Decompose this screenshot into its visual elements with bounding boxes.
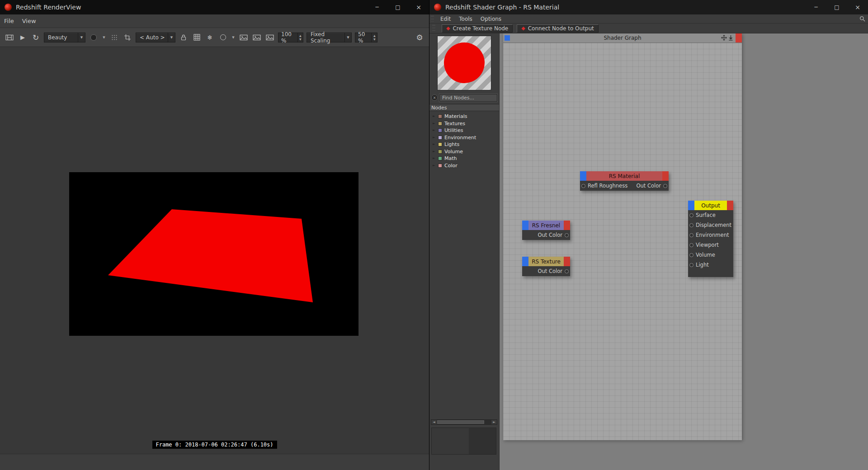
scroll-right-icon[interactable]: ►: [491, 420, 497, 424]
tree-item-volume[interactable]: ► Volume: [429, 148, 499, 155]
maximize-button[interactable]: □: [826, 0, 847, 14]
expand-arrow-icon[interactable]: ►: [433, 143, 436, 146]
panel-horizontal-scrollbar[interactable]: ◄ ►: [431, 419, 497, 425]
shader-graph-sheet[interactable]: Shader Graph: [503, 33, 742, 440]
expand-arrow-icon[interactable]: ►: [433, 129, 436, 132]
bucket-mode-dropdown[interactable]: < Auto > ▼: [136, 33, 175, 42]
palette-grip[interactable]: [432, 25, 435, 32]
node-rs-texture[interactable]: RS Texture Out Color: [522, 257, 570, 276]
scaling-mode-dropdown[interactable]: Fixed Scaling ▼: [307, 33, 352, 42]
minimize-button[interactable]: ─: [806, 0, 826, 14]
minimize-button[interactable]: ─: [367, 0, 387, 14]
input-port[interactable]: [689, 233, 693, 237]
bucket-grid-icon[interactable]: [192, 33, 202, 42]
node-header[interactable]: RS Material: [580, 171, 669, 181]
shadergraph-toolbar: ◆ Create Texture Node ◆ Connect Node to …: [429, 24, 868, 33]
menu-options[interactable]: Options: [476, 14, 505, 23]
crop-region-button[interactable]: [123, 33, 132, 42]
color-circle-button[interactable]: [218, 33, 228, 42]
node-body: Out Color: [522, 230, 570, 240]
menu-file[interactable]: File: [0, 14, 18, 28]
input-port[interactable]: [689, 263, 693, 267]
input-port[interactable]: [689, 243, 693, 247]
tree-item-color[interactable]: ► Color: [429, 162, 499, 169]
node-header[interactable]: RS Texture: [522, 257, 570, 266]
menu-view[interactable]: View: [18, 14, 40, 28]
palette-grip[interactable]: [431, 16, 434, 22]
input-port[interactable]: [581, 184, 585, 188]
expand-arrow-icon[interactable]: ►: [433, 164, 436, 167]
tree-item-textures[interactable]: ► Textures: [429, 120, 499, 127]
search-icon[interactable]: [859, 16, 865, 22]
graph-red-tab-icon[interactable]: [736, 33, 742, 42]
node-header[interactable]: RS Fresnel: [522, 221, 570, 230]
maximize-button[interactable]: □: [387, 0, 408, 14]
shadergraph-titlebar[interactable]: Redshift Shader Graph - RS Material ─ □ …: [429, 0, 868, 14]
node-category-tree: ► Materials ► Textures ► Utilities ►: [429, 113, 499, 169]
create-texture-node-button[interactable]: ◆ Create Texture Node: [442, 24, 513, 33]
scrollbar-thumb[interactable]: [437, 420, 484, 424]
zoom-spinner[interactable]: 100 % ▲ ▼: [278, 33, 303, 42]
scale-spinner[interactable]: 50 % ▲ ▼: [355, 33, 377, 42]
node-rs-fresnel[interactable]: RS Fresnel Out Color: [522, 221, 570, 240]
spinner-up-icon[interactable]: ▲: [373, 34, 376, 38]
find-nodes-input[interactable]: [439, 94, 497, 102]
renderview-titlebar[interactable]: Redshift RenderView ─ □ ×: [0, 0, 429, 14]
lock-icon[interactable]: [179, 33, 189, 42]
start-render-button[interactable]: ▶: [18, 33, 28, 42]
spinner-down-icon[interactable]: ▼: [373, 38, 376, 41]
tree-item-environment[interactable]: ► Environment: [429, 134, 499, 141]
node-rs-material[interactable]: RS Material Refl Roughness Out Color: [580, 171, 669, 191]
spinner-arrows[interactable]: ▲ ▼: [297, 33, 303, 42]
graph-header-icons: [721, 33, 742, 42]
render-viewport[interactable]: Frame 0: 2018-07-06 02:26:47 (6.10s): [0, 47, 429, 454]
pan-move-icon[interactable]: [721, 34, 727, 42]
input-port[interactable]: [689, 253, 693, 257]
region-dots-icon[interactable]: [109, 33, 119, 42]
color-circle-arrow-icon[interactable]: ▼: [231, 36, 236, 39]
display-mode-arrow-icon[interactable]: ▼: [102, 36, 106, 39]
close-button[interactable]: ×: [408, 0, 429, 14]
spinner-arrows[interactable]: ▲ ▼: [371, 33, 377, 42]
tree-item-lights[interactable]: ► Lights: [429, 141, 499, 148]
expand-arrow-icon[interactable]: ►: [433, 157, 436, 160]
snapshot-image-a-icon[interactable]: [239, 33, 249, 42]
aov-mode-dropdown[interactable]: Beauty ▼: [44, 33, 85, 42]
graph-viewport[interactable]: Shader Graph: [500, 33, 868, 470]
output-port[interactable]: [565, 269, 569, 273]
settings-gear-icon[interactable]: ⚙: [415, 33, 425, 42]
restart-render-button[interactable]: ↻: [31, 33, 41, 42]
expand-arrow-icon[interactable]: ►: [433, 136, 436, 139]
connect-node-to-output-button[interactable]: ◆ Connect Node to Output: [517, 24, 599, 33]
tree-item-math[interactable]: ► Math: [429, 155, 499, 162]
input-port[interactable]: [689, 223, 693, 227]
node-red-tab-icon: [727, 201, 733, 210]
node-output[interactable]: Output Surface Displacement: [688, 201, 733, 277]
node-port-row: Light: [688, 260, 733, 270]
close-button[interactable]: ×: [847, 0, 868, 14]
snapshot-freeze-icon[interactable]: ❄: [205, 33, 215, 42]
output-port[interactable]: [565, 233, 569, 237]
redshift-logo-icon: [434, 4, 441, 11]
expand-arrow-icon[interactable]: ►: [433, 122, 436, 125]
spinner-up-icon[interactable]: ▲: [299, 34, 302, 38]
snapshot-image-b-icon[interactable]: [252, 33, 262, 42]
node-header[interactable]: Output: [688, 201, 733, 210]
fit-view-down-arrow-icon[interactable]: [728, 34, 733, 42]
tree-item-materials[interactable]: ► Materials: [429, 113, 499, 120]
shader-graph-header[interactable]: Shader Graph: [503, 33, 742, 43]
dropdown-arrow-icon: ▼: [168, 33, 175, 42]
clear-search-icon[interactable]: ×: [431, 94, 438, 101]
snapshot-film-icon[interactable]: [5, 33, 14, 42]
display-mode-button[interactable]: [89, 33, 99, 42]
scroll-left-icon[interactable]: ◄: [431, 420, 437, 424]
spinner-down-icon[interactable]: ▼: [299, 38, 302, 41]
tree-item-utilities[interactable]: ► Utilities: [429, 127, 499, 134]
menu-edit[interactable]: Edit: [436, 14, 455, 23]
expand-arrow-icon[interactable]: ►: [433, 150, 436, 153]
menu-tools[interactable]: Tools: [455, 14, 476, 23]
snapshot-image-c-icon[interactable]: [265, 33, 275, 42]
input-port[interactable]: [689, 213, 693, 217]
output-port[interactable]: [663, 184, 667, 188]
expand-arrow-icon[interactable]: ►: [433, 115, 436, 118]
